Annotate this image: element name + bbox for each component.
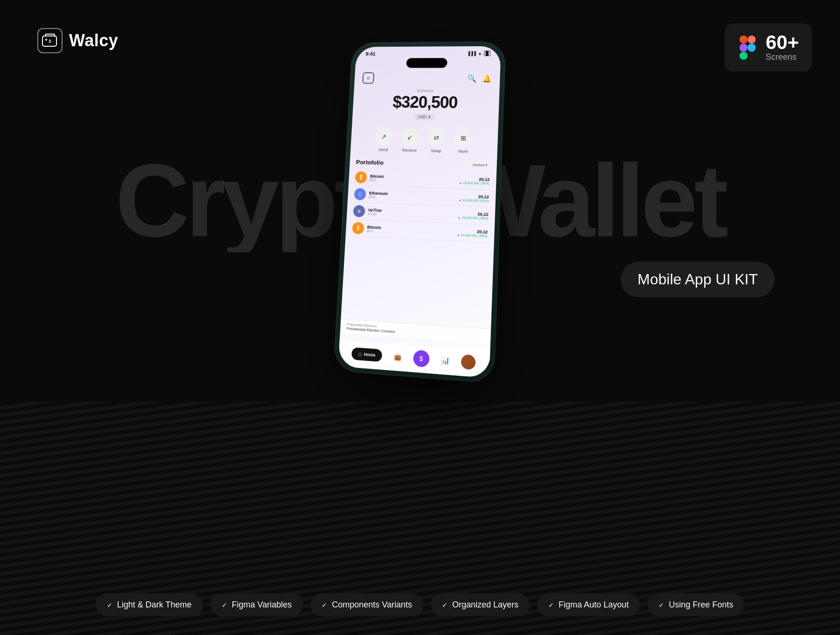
svg-rect-4 <box>748 35 756 43</box>
feature-pill-fonts: ✓ Using Free Fonts <box>647 593 744 616</box>
swap-label: Swap <box>431 148 441 153</box>
action-buttons: ↗ Send ↙ Receive ⇄ Swap ⊞ More <box>350 124 498 159</box>
logo-name: Walcy <box>69 31 118 50</box>
status-icons: ▐▐▐ ▲ █ <box>467 51 491 56</box>
logo-area: ₿ Walcy <box>37 28 118 53</box>
app-header: ⊡ 🔍 🔔 <box>354 71 500 87</box>
avatar[interactable] <box>461 354 476 370</box>
check-icon-4: ✓ <box>442 601 448 609</box>
eth-logo-icon: ⬡ <box>354 188 366 200</box>
receive-icon: ↙ <box>400 128 420 147</box>
wifi-icon: ▲ <box>478 51 482 56</box>
market-dropdown[interactable]: Market ▾ <box>470 162 490 168</box>
balance-section: Balance $320,500 USD ▾ <box>352 86 499 126</box>
crypto-left: ⬡ Ethereum ETH <box>354 188 388 201</box>
feature-label-3: Components Variants <box>332 600 412 610</box>
check-icon-6: ✓ <box>658 601 664 609</box>
feature-label-6: Using Free Fonts <box>669 600 733 610</box>
figma-screen-count: 60+ <box>766 33 799 52</box>
feature-pill-light-dark: ✓ Light & Dark Theme <box>96 593 203 616</box>
eth-info: Ethereum ETH <box>369 190 388 199</box>
send-label: Send <box>378 148 388 152</box>
status-bar: 9:41 ▐▐▐ ▲ █ <box>356 46 501 58</box>
svg-text:₿: ₿ <box>49 39 51 43</box>
more-action[interactable]: ⊞ More <box>454 129 473 154</box>
wallet-nav-icon[interactable]: 👜 <box>393 353 402 361</box>
feature-pill-components: ✓ Components Variants <box>310 593 423 616</box>
send-action[interactable]: ↗ Send <box>374 127 393 152</box>
figma-logo-icon <box>738 35 757 60</box>
portfolio-title: Portofolio <box>356 159 384 166</box>
receive-action[interactable]: ↙ Receive <box>400 128 420 153</box>
dynamic-island <box>406 58 447 68</box>
notification-icon: 🔔 <box>482 74 492 83</box>
vtho-logo-icon: ⚡ <box>353 205 365 217</box>
btc2-logo-icon: ₿ <box>352 222 364 234</box>
btc-logo-icon: ₿ <box>355 171 367 183</box>
signal-icon: ▐▐▐ <box>467 51 476 56</box>
figma-badge: 60+ Screens <box>725 23 812 71</box>
svg-point-1 <box>45 39 47 41</box>
more-label: More <box>458 149 468 154</box>
phone-screen: 9:41 ▐▐▐ ▲ █ ⊡ 🔍 🔔 <box>338 46 501 378</box>
btc2-info: Bitcoin BTC <box>367 225 381 233</box>
more-icon: ⊞ <box>454 129 473 148</box>
phone-mockup: 9:41 ▐▐▐ ▲ █ ⊡ 🔍 🔔 <box>333 42 506 383</box>
feature-pills: ✓ Light & Dark Theme ✓ Figma Variables ✓… <box>0 593 840 616</box>
crypto-left: ₿ Bitcoin BTC <box>352 222 381 235</box>
status-time: 9:41 <box>365 51 375 56</box>
vtho-values: 20,12 ▲ 24,800.891 (56%) <box>457 211 488 220</box>
btc-values: 20,12 ▲ 24,800.891 (56%) <box>459 176 490 185</box>
currency-chevron-icon: ▾ <box>428 115 430 120</box>
chart-nav-icon[interactable]: 📊 <box>441 356 449 365</box>
check-icon-2: ✓ <box>222 601 227 609</box>
battery-icon: █ <box>484 51 491 56</box>
logo-icon: ₿ <box>37 28 63 53</box>
bottom-nav: ⌂ Home 👜 $ 📊 <box>338 340 490 378</box>
feature-label-4: Organized Layers <box>452 600 518 610</box>
balance-amount: $320,500 <box>353 92 499 113</box>
send-icon: ↗ <box>374 127 393 146</box>
receive-label: Receive <box>402 148 417 153</box>
svg-rect-6 <box>739 51 747 59</box>
figma-badge-text: 60+ Screens <box>766 33 799 62</box>
swap-nav-button[interactable]: $ <box>413 350 429 367</box>
news-ticker: Polymarket Resolves Presidential Electio… <box>340 319 491 344</box>
check-icon-5: ✓ <box>548 601 554 609</box>
header-icons: 🔍 🔔 <box>467 74 492 83</box>
vtho-info: VeThor VTHO <box>368 207 382 216</box>
figma-screen-label: Screens <box>766 52 799 62</box>
home-icon: ⌂ <box>358 351 362 358</box>
check-icon-3: ✓ <box>322 601 327 609</box>
check-icon-1: ✓ <box>107 601 112 609</box>
feature-pill-layers: ✓ Organized Layers <box>431 593 530 616</box>
swap-action[interactable]: ⇄ Swap <box>427 128 446 154</box>
feature-pill-figma-vars: ✓ Figma Variables <box>210 593 303 616</box>
currency-selector[interactable]: USD ▾ <box>414 113 434 120</box>
uikit-badge: Mobile App UI KIT <box>621 261 775 297</box>
svg-rect-3 <box>739 35 747 43</box>
scan-icon: ⊡ <box>362 72 374 84</box>
home-label: Home <box>364 352 375 358</box>
svg-rect-5 <box>739 43 747 51</box>
home-nav-button[interactable]: ⌂ Home <box>351 347 382 362</box>
svg-point-7 <box>748 43 756 51</box>
uikit-badge-text: Mobile App UI KIT <box>637 271 758 288</box>
crypto-left: ₿ Bitcoin BTC <box>355 171 384 184</box>
portfolio-section: Portofolio Market ▾ ₿ Bitcoin BTC <box>345 156 497 246</box>
feature-label-5: Figma Auto Layout <box>559 600 629 610</box>
swap-icon: ⇄ <box>427 128 446 147</box>
swap-nav-icon: $ <box>419 354 423 362</box>
search-icon: 🔍 <box>467 74 477 82</box>
portfolio-header: Portofolio Market ▾ <box>356 159 490 169</box>
feature-pill-auto-layout: ✓ Figma Auto Layout <box>537 593 640 616</box>
btc-info: Bitcoin BTC <box>370 174 384 182</box>
feature-label-2: Figma Variables <box>232 600 292 610</box>
phone-outer: 9:41 ▐▐▐ ▲ █ ⊡ 🔍 🔔 <box>333 42 506 383</box>
crypto-left: ⚡ VeThor VTHO <box>353 205 382 218</box>
eth-values: 20,12 ▲ 24,800.891 (56%) <box>458 193 489 202</box>
wallet-icon: ₿ <box>42 32 58 49</box>
feature-label-1: Light & Dark Theme <box>117 600 192 610</box>
btc2-values: 20,12 ▲ 24,800.891 (56%) <box>457 228 488 238</box>
